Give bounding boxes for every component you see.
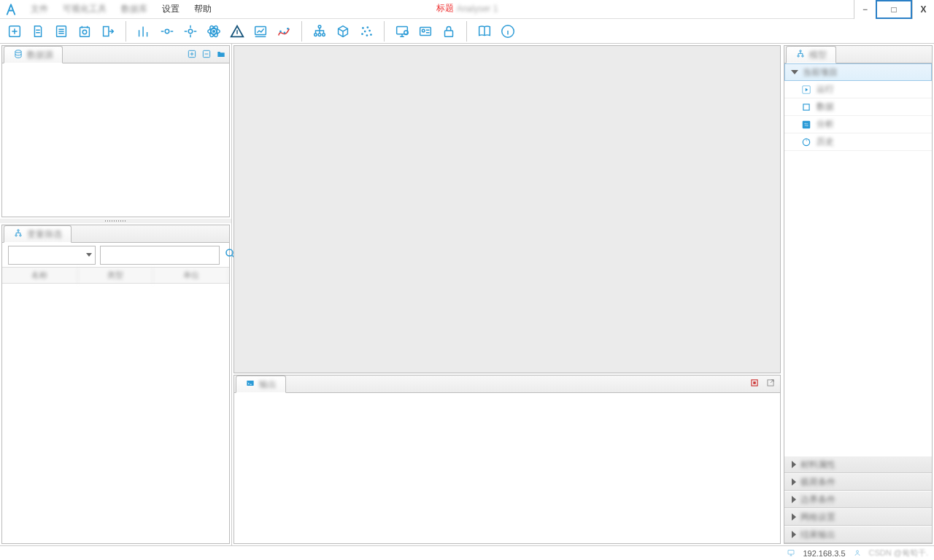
folder-icon[interactable] [216,49,226,61]
svg-rect-38 [247,380,253,385]
svg-point-4 [165,29,169,34]
tree-icon-button[interactable] [309,21,330,42]
center-column: 输出 [232,44,782,545]
tree-item-history[interactable]: 历史 [784,133,932,151]
statusbar: 192.168.3.5 CSDN @葡萄干. [0,545,934,560]
svg-point-9 [213,30,215,32]
bar-chart-button[interactable] [134,21,154,42]
grid-col-0[interactable]: 名称 [2,268,78,283]
card-button[interactable] [415,21,436,42]
terminal-icon [245,378,255,391]
datasource-body [2,63,229,217]
menubar: 文件 可视化工具 数据库 设置 帮助 标题 Analyser 1 − □ X [0,0,934,19]
menu-database[interactable]: 数据库 [114,3,155,15]
chevron-right-icon[interactable] [792,478,796,486]
svg-point-5 [188,29,193,34]
swap-icon [800,119,812,131]
new-button[interactable] [4,21,25,42]
variable-tab[interactable]: 变量筛选 [4,225,72,243]
scatter-button[interactable] [356,21,377,42]
play-icon [800,84,812,96]
export-button[interactable] [98,21,118,42]
tree-root[interactable]: 当前项目 [784,63,932,81]
model-tree: 当前项目 运行 数据 分析 [784,63,932,456]
left-splitter-1[interactable] [0,219,231,223]
triangle-button[interactable] [227,21,247,42]
right-column: 模型 当前项目 运行 数据 [782,44,934,545]
search-input[interactable] [100,246,220,265]
section-row[interactable]: 载荷条件 [784,473,932,491]
body: 数据源 变量筛选 [0,44,934,545]
app-logo-icon [4,3,18,16]
section-row[interactable]: 网格设置 [784,508,932,526]
tree-root-label: 当前项目 [803,66,838,79]
file-settings-button[interactable] [74,21,95,42]
tree-item-run[interactable]: 运行 [784,81,932,98]
restore-button[interactable]: □ [876,0,912,19]
section-label: 载荷条件 [800,476,835,489]
monitor-button[interactable] [392,21,412,42]
chevron-right-icon[interactable] [792,513,796,521]
svg-rect-29 [445,31,453,36]
open-button[interactable] [28,21,48,42]
remove-icon[interactable] [201,49,212,61]
svg-point-22 [361,33,363,35]
section-label: 结果输出 [800,529,835,541]
menu-settings[interactable]: 设置 [155,3,187,15]
target-button[interactable] [180,21,201,42]
svg-point-14 [318,25,321,28]
menu-file[interactable]: 文件 [23,3,55,15]
status-ip: 192.168.3.5 [803,549,845,558]
list-button[interactable] [51,21,72,42]
center-button[interactable] [157,21,177,42]
chevron-down-icon[interactable] [791,70,798,74]
console-tools [749,378,776,390]
svg-rect-2 [80,27,90,36]
info-button[interactable] [498,21,518,42]
minimize-button[interactable]: − [854,0,876,19]
popup-icon[interactable] [765,378,776,390]
cube-button[interactable] [333,21,353,42]
svg-point-42 [800,50,801,51]
svg-point-23 [366,34,368,36]
filter-combo[interactable] [8,246,96,265]
close-button[interactable]: X [912,0,934,19]
section-row[interactable]: 边界条件 [784,491,932,508]
atom-button[interactable] [204,21,224,42]
tree-item-label: 历史 [817,136,834,148]
chevron-right-icon[interactable] [792,496,796,503]
section-label: 网格设置 [800,511,835,524]
grid-col-2[interactable]: 单位 [153,268,229,283]
section-label: 边界条件 [800,494,835,506]
chevron-right-icon[interactable] [792,531,796,538]
console-tab[interactable]: 输出 [236,376,286,393]
grid-col-1[interactable]: 类型 [78,268,154,283]
model-tab[interactable]: 模型 [786,46,836,63]
section-row[interactable]: 结果输出 [784,526,932,543]
curve-button[interactable] [274,21,294,42]
tree-icon [13,228,23,241]
tree-item-data[interactable]: 数据 [784,98,932,116]
tree-item-label: 运行 [817,83,834,96]
chevron-right-icon[interactable] [792,461,796,468]
svg-point-3 [82,30,87,34]
stop-icon[interactable] [749,378,760,390]
section-list: 材料属性 载荷条件 边界条件 网格设置 结果输出 [784,456,932,543]
regression-button[interactable] [250,21,271,42]
datasource-tab[interactable]: 数据源 [4,46,63,63]
add-icon[interactable] [187,49,197,61]
section-row[interactable]: 材料属性 [784,456,932,473]
svg-point-21 [368,29,371,31]
main-canvas[interactable] [234,45,781,373]
book-button[interactable] [474,21,495,42]
datasource-tab-tools [187,46,226,63]
svg-point-20 [364,30,366,32]
lock-button[interactable] [439,21,459,42]
monitor-small-icon [787,548,795,559]
svg-rect-46 [803,104,809,109]
tree-item-analysis[interactable]: 分析 [784,116,932,133]
svg-point-16 [318,33,321,36]
search-row [2,243,229,268]
menu-tools[interactable]: 可视化工具 [55,3,114,15]
menu-help[interactable]: 帮助 [187,3,219,15]
